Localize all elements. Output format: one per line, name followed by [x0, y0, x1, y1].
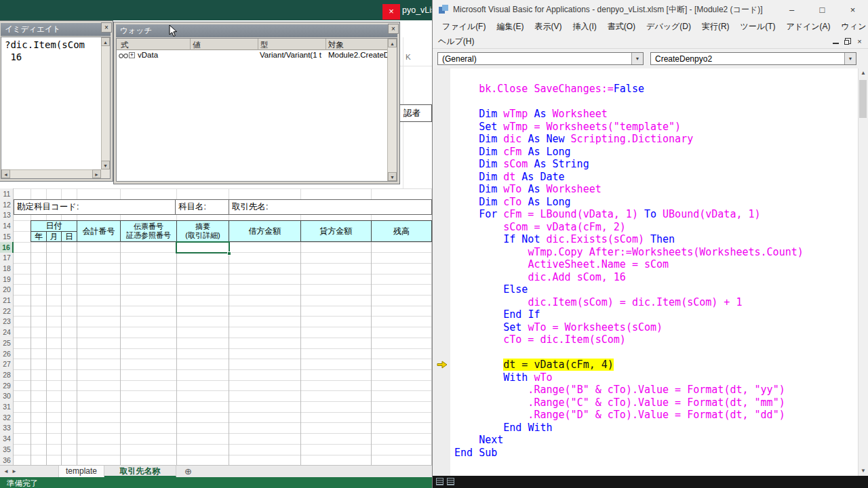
header-summary[interactable]: 摘要 (取引詳細) — [176, 220, 229, 242]
header-credit[interactable]: 貸方金額 — [300, 220, 372, 242]
code-line[interactable]: .Range("B" & cTo).Value = Format(dt, "yy… — [454, 384, 858, 396]
code-line[interactable]: End If — [454, 308, 858, 321]
row-header-20[interactable]: 20 — [0, 284, 14, 295]
chevron-down-icon[interactable]: ▼ — [631, 53, 643, 64]
scroll-down-icon[interactable]: ▼ — [859, 466, 868, 476]
code-line[interactable]: wTmp.Copy After:=Worksheets(Worksheets.C… — [454, 246, 858, 259]
label-client-name[interactable]: 取引先名: — [232, 201, 268, 213]
code-line[interactable]: End With — [454, 422, 858, 434]
row-header-36[interactable]: 36 — [0, 455, 14, 466]
immediate-hscrollbar[interactable]: ◄ ► — [1, 169, 101, 178]
header-month[interactable]: 月 — [46, 231, 62, 242]
sheet-tab-client[interactable]: 取引先名称 — [104, 466, 176, 477]
watch-col-expression[interactable]: 式 — [121, 40, 129, 50]
row-header-22[interactable]: 22 — [0, 306, 14, 317]
immediate-body[interactable]: ?dic.Item(sCom 16 ▲ ▼ ◄ ► — [1, 37, 111, 179]
row-header-13[interactable]: 13 — [0, 209, 14, 220]
row-header-30[interactable]: 30 — [0, 390, 14, 401]
code-line[interactable]: Dim cTo As Long — [454, 196, 858, 209]
row-header-21[interactable]: 21 — [0, 295, 14, 306]
menu-item[interactable]: 挿入(I) — [567, 21, 601, 33]
immediate-titlebar[interactable]: イミディエイト — [1, 23, 111, 36]
header-account-no[interactable]: 会計番号 — [77, 220, 121, 242]
object-dropdown[interactable]: (General) ▼ — [437, 52, 644, 65]
row-header-34[interactable]: 34 — [0, 433, 14, 444]
code-line[interactable]: Dim sCom As String — [454, 158, 858, 171]
code-vscrollbar[interactable]: ▲ ▼ — [858, 68, 867, 476]
scroll-down-icon[interactable]: ▼ — [388, 172, 397, 181]
tab-scroll-right-icon[interactable]: ► — [12, 468, 17, 474]
header-year[interactable]: 年 — [31, 231, 47, 242]
code-line[interactable] — [454, 96, 858, 108]
code-line[interactable]: dic.Item(sCom) = dic.Item(sCom) + 1 — [454, 296, 858, 309]
header-day[interactable]: 日 — [61, 231, 77, 242]
code-pane[interactable]: bk.Close SaveChanges:=False Dim wTmp As … — [433, 68, 867, 476]
mdi-restore-icon[interactable] — [844, 38, 851, 45]
column-divider[interactable] — [258, 39, 258, 50]
menu-item[interactable]: ヘルプ(H) — [433, 36, 480, 47]
code-line[interactable]: Dim wTmp As Worksheet — [454, 108, 858, 121]
header-balance[interactable]: 残高 — [371, 220, 432, 242]
watch-col-context[interactable]: 対象 — [328, 40, 344, 50]
mdi-close-icon[interactable]: × — [852, 36, 867, 47]
procedure-dropdown[interactable]: CreateDenpyo2 ▼ — [650, 52, 856, 65]
code-line[interactable]: With wTo — [454, 371, 858, 384]
row-header-26[interactable]: 26 — [0, 348, 14, 359]
watch-titlebar[interactable]: ウォッチ — [116, 24, 397, 37]
row-header-16[interactable]: 16 — [0, 242, 14, 253]
column-divider[interactable] — [190, 39, 191, 50]
sheet-tab-template[interactable]: template — [58, 466, 104, 477]
code-line[interactable]: Else — [454, 283, 858, 296]
menu-item[interactable]: 書式(O) — [602, 21, 641, 33]
immediate-vscrollbar[interactable]: ▲ ▼ — [101, 37, 110, 169]
chevron-down-icon[interactable]: ▼ — [844, 53, 856, 64]
row-header-14[interactable]: 14 — [0, 220, 14, 231]
label-account-code[interactable]: 勘定科目コード: — [17, 201, 79, 213]
row-header-35[interactable]: 35 — [0, 444, 14, 455]
code-line[interactable]: .Range("C" & cTo).Value = Format(dt, "mm… — [454, 396, 858, 409]
code-line[interactable]: Dim dic As New Scripting.Dictionary — [454, 133, 858, 146]
row-header-33[interactable]: 33 — [0, 422, 14, 433]
row-header-29[interactable]: 29 — [0, 380, 14, 391]
maximize-icon[interactable]: □ — [807, 5, 837, 15]
row-header-18[interactable]: 18 — [0, 263, 14, 274]
code-line[interactable]: cTo = dic.Item(sCom) — [454, 333, 858, 346]
header-debit[interactable]: 借方金額 — [229, 220, 301, 242]
row-header-23[interactable]: 23 — [0, 316, 14, 327]
code-line[interactable]: bk.Close SaveChanges:=False — [454, 83, 858, 96]
row-header-32[interactable]: 32 — [0, 412, 14, 423]
row-header-25[interactable]: 25 — [0, 338, 14, 348]
tab-scroll-left-icon[interactable]: ◄ — [3, 468, 9, 474]
code-line[interactable]: If Not dic.Exists(sCom) Then — [454, 233, 858, 246]
row-header-15[interactable]: 15 — [0, 231, 14, 242]
column-divider[interactable] — [326, 39, 326, 50]
minimize-icon[interactable]: – — [776, 5, 807, 15]
menu-item[interactable]: ウィンドウ(W) — [836, 21, 868, 33]
close-icon[interactable]: × — [837, 5, 868, 15]
header-slip-no[interactable]: 伝票番号 証憑参照番号 — [120, 220, 177, 242]
row-header-12[interactable]: 12 — [0, 199, 14, 210]
watch-row[interactable]: + vData Variant/Variant(1 t Module2.Crea… — [117, 50, 387, 61]
row-header-24[interactable]: 24 — [0, 327, 14, 338]
scroll-up-icon[interactable]: ▲ — [388, 39, 397, 47]
close-icon[interactable]: × — [101, 22, 112, 33]
code-line[interactable]: dt = vData(cFm, 4) — [454, 359, 858, 371]
fill-handle[interactable] — [227, 251, 231, 256]
close-icon[interactable]: × — [388, 24, 399, 34]
scroll-up-icon[interactable]: ▲ — [101, 37, 110, 46]
menu-item[interactable]: 実行(R) — [696, 21, 735, 33]
procedure-view-icon[interactable] — [436, 478, 443, 485]
expand-icon[interactable]: + — [129, 52, 135, 58]
menu-item[interactable]: アドイン(A) — [781, 21, 835, 33]
code-line[interactable]: dic.Add sCom, 16 — [454, 271, 858, 284]
row-header-27[interactable]: 27 — [0, 359, 14, 369]
label-subject-name[interactable]: 科目名: — [178, 201, 206, 213]
active-cell-selection[interactable] — [176, 241, 230, 253]
menu-item[interactable]: 表示(V) — [529, 21, 567, 33]
code-line[interactable]: sCom = vData(cFm, 2) — [454, 221, 858, 234]
code-line[interactable]: Dim dt As Date — [454, 171, 858, 184]
watch-col-type[interactable]: 型 — [260, 40, 269, 50]
menu-item[interactable]: デバッグ(D) — [641, 21, 696, 33]
full-module-view-icon[interactable] — [447, 478, 454, 485]
row-header-11[interactable]: 11 — [0, 188, 14, 199]
